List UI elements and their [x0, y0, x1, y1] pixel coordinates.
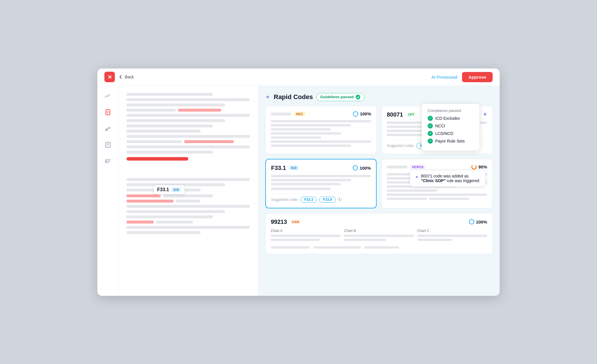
code-percent: 100%: [353, 165, 371, 170]
sidebar-item-tools[interactable]: [104, 124, 112, 133]
code-tooltip-code: F33.1: [157, 187, 169, 192]
text-line: [127, 130, 201, 133]
code-card-hcc[interactable]: HCC 100%: [265, 106, 377, 154]
text-line: [271, 124, 351, 126]
text-line: [387, 198, 427, 200]
code-card-99213[interactable]: 99213 E&M 100% Chart A: [265, 213, 493, 254]
compliance-dropdown: Compliance passed ✓ ICD Excludes ✓ NCCI …: [422, 103, 480, 151]
cpt-badge: CPT: [406, 112, 417, 117]
text-line: [127, 205, 250, 208]
text-line: [271, 140, 371, 143]
sparkle-icon: ✦: [483, 111, 487, 118]
sidebar-item-list[interactable]: [104, 157, 112, 165]
sparkle-icon-tooltip: ✦: [415, 174, 419, 180]
text-line: [127, 215, 213, 218]
code-percent: 100%: [353, 111, 371, 117]
rapid-header: ✦ Rapid Codes Guidelines passed: [265, 93, 493, 101]
refresh-icon[interactable]: ↻: [338, 197, 342, 202]
book-icon: [105, 142, 111, 148]
compliance-item-payor: ✓ Payor Rule Sets: [428, 138, 474, 144]
code-percent: 90%: [471, 164, 487, 170]
code-number: 99213: [271, 219, 287, 225]
hcpcs-badge: HCPCS: [410, 165, 426, 169]
text-line: [387, 194, 487, 196]
text-line: [127, 124, 213, 127]
text-line: [344, 235, 414, 237]
code-pill-f339[interactable]: F33.9: [319, 197, 336, 203]
guidelines-badge-button[interactable]: Guidelines passed: [316, 93, 364, 101]
text-line: [429, 198, 470, 200]
approve-button[interactable]: Approve: [462, 72, 493, 82]
sparkle-icon: ✦: [265, 94, 270, 101]
text-line: [127, 114, 250, 117]
check-icon: ✓: [428, 123, 433, 129]
percent-circle-icon: [353, 111, 358, 117]
text-line: [271, 239, 320, 241]
sidebar-item-book[interactable]: [104, 141, 112, 149]
code-placeholder: [387, 166, 407, 168]
text-line: [271, 183, 341, 185]
text-line: [127, 231, 201, 234]
sidebar-item-chart[interactable]: [104, 92, 112, 100]
percent-label: 100%: [360, 111, 371, 116]
text-line: [271, 188, 331, 190]
hcc-badge: HCC: [294, 112, 305, 116]
header-left: ✕ Back: [104, 72, 134, 82]
code-placeholder: [271, 112, 291, 115]
text-line: [127, 135, 250, 138]
sidebar-item-document[interactable]: [104, 108, 112, 116]
checkmark-circle-icon: [355, 94, 361, 100]
compliance-item-icd: ✓ ICD Excludes: [428, 116, 474, 121]
svg-rect-2: [106, 110, 110, 115]
check-icon: ✓: [428, 138, 433, 144]
text-line: [271, 136, 321, 139]
compliance-item-lcd: ✓ LCD/NCD: [428, 131, 474, 136]
text-line: [127, 93, 213, 96]
percent-label: 90%: [478, 164, 487, 169]
text-line: [127, 151, 213, 154]
chart-col-label: Chart C: [417, 229, 487, 233]
text-line: [127, 119, 225, 122]
tools-icon: [105, 125, 111, 132]
code-percent: 100%: [469, 219, 487, 224]
code-pill-f333[interactable]: F33.3: [301, 197, 317, 203]
text-line: [271, 128, 331, 131]
text-line: [127, 210, 225, 213]
guidelines-label: Guidelines passed: [320, 95, 354, 99]
code-tooltip-f33[interactable]: F33.1 ICD: [153, 185, 185, 194]
text-line: [417, 239, 452, 241]
percent-circle-icon: [469, 219, 474, 224]
code-card-f33[interactable]: F33.1 ICD 100% Suggested codes F: [265, 159, 377, 208]
text-line: [271, 246, 310, 249]
icd-badge: ICD: [171, 187, 181, 192]
text-line: [313, 246, 361, 249]
compliance-item-label: LCD/NCD: [435, 131, 453, 136]
code-card-header: F33.1 ICD 100%: [271, 165, 371, 171]
text-line: [127, 98, 250, 101]
document-icon: [105, 109, 111, 115]
right-panel: ✦ Rapid Codes Guidelines passed Complian…: [258, 86, 500, 296]
chart-col-label: Chart A: [271, 229, 340, 233]
rapid-title: Rapid Codes: [274, 93, 313, 101]
code-card-header: HCPCS 90%: [387, 164, 487, 170]
text-line: [127, 178, 250, 181]
code-card-header: 99213 E&M 100%: [271, 219, 487, 225]
text-line: [271, 175, 371, 177]
percent-loader-icon: [471, 164, 477, 170]
text-line: [127, 103, 225, 106]
code-number: 80071: [387, 111, 403, 118]
progress-bar: [127, 157, 188, 161]
icd-badge: ICD: [289, 166, 298, 170]
text-line: [271, 179, 351, 181]
percent-circle-icon: [353, 165, 358, 170]
text-line: [387, 189, 437, 192]
compliance-item-ncci: ✓ NCCI: [428, 123, 474, 129]
chart-col-c: Chart C: [417, 229, 487, 243]
suggested-label: Suggested codes: [387, 144, 414, 148]
percent-label: 100%: [476, 219, 487, 224]
suggested-codes-f33: Suggested codes F33.3 F33.9 ↻: [271, 194, 371, 203]
back-label: Back: [125, 75, 134, 79]
list-icon: [105, 158, 111, 164]
chart-col-a: Chart A: [271, 229, 340, 243]
back-button[interactable]: Back: [118, 75, 134, 79]
